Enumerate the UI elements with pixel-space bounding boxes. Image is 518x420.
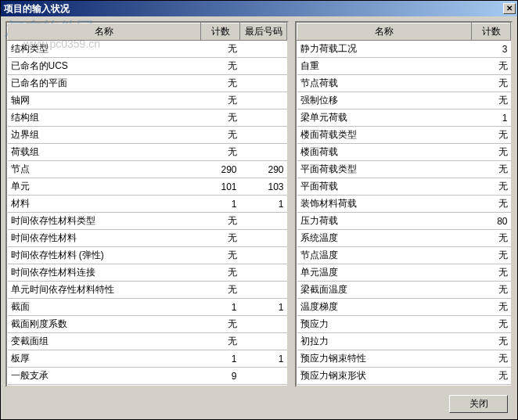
cell-last: 1: [240, 196, 287, 213]
table-row[interactable]: 自重无: [297, 58, 511, 75]
cell-name: 楼面荷载: [297, 144, 472, 161]
right-table: 名称 计数 静力荷载工况3自重无节点荷载无强制位移无梁单元荷载1楼面荷载类型无楼…: [297, 23, 511, 387]
table-row[interactable]: 截面11: [8, 299, 287, 316]
cell-count: 无: [201, 92, 240, 109]
cell-count: 290: [201, 161, 240, 178]
table-row[interactable]: 已命名的平面无: [8, 75, 287, 92]
left-header-name[interactable]: 名称: [8, 23, 201, 41]
cell-count: 无: [201, 127, 240, 144]
table-row[interactable]: 一般支承9: [8, 368, 287, 385]
cell-last: [240, 144, 287, 161]
cell-name: 静力荷载工况: [297, 41, 472, 58]
cell-last: [240, 109, 287, 127]
table-row[interactable]: 平面荷载无: [297, 178, 511, 196]
table-row[interactable]: 单元时间依存性材料特性无: [8, 282, 287, 299]
table-row[interactable]: 压力荷载80: [297, 213, 511, 230]
table-row[interactable]: 结构类型无: [8, 41, 287, 58]
table-row[interactable]: 节点荷载无: [297, 75, 511, 92]
cell-count: 无: [201, 213, 240, 230]
table-row[interactable]: 材料11: [8, 196, 287, 213]
table-row[interactable]: 时间依存性材料类型无: [8, 213, 287, 230]
cell-count: 无: [472, 230, 511, 247]
cell-count: 无: [472, 333, 511, 350]
table-row[interactable]: 截面刚度系数无: [8, 316, 287, 333]
table-row[interactable]: 节点弹性支承无: [8, 385, 287, 388]
cell-last: [240, 368, 287, 385]
table-row[interactable]: 时间依存性材料 (弹性)无: [8, 247, 287, 264]
cell-last: [240, 247, 287, 264]
cell-last: [240, 385, 287, 388]
table-row[interactable]: 节点温度无: [297, 247, 511, 264]
cell-name: 预应力钢束预应力: [297, 385, 472, 388]
cell-count: 无: [201, 316, 240, 333]
table-row[interactable]: 初拉力无: [297, 333, 511, 350]
cell-count: 无: [472, 350, 511, 368]
cell-last: 1: [240, 299, 287, 316]
cell-count: 无: [472, 299, 511, 316]
cell-name: 结构组: [8, 109, 201, 127]
cell-name: 节点温度: [297, 247, 472, 264]
left-header-last[interactable]: 最后号码: [240, 23, 287, 41]
cell-last: 1: [240, 350, 287, 368]
cell-count: 无: [472, 247, 511, 264]
table-row[interactable]: 时间依存性材料无: [8, 230, 287, 247]
table-row[interactable]: 荷载组无: [8, 144, 287, 161]
table-row[interactable]: 单元温度无: [297, 264, 511, 282]
cell-count: 无: [472, 196, 511, 213]
right-header-name[interactable]: 名称: [297, 23, 472, 41]
cell-count: 无: [201, 75, 240, 92]
table-row[interactable]: 楼面荷载类型无: [297, 127, 511, 144]
table-row[interactable]: 强制位移无: [297, 92, 511, 109]
window-title: 项目的输入状况: [4, 2, 70, 16]
cell-count: 无: [201, 264, 240, 282]
cell-name: 平面荷载类型: [297, 161, 472, 178]
cell-count: 无: [201, 282, 240, 299]
cell-last: [240, 92, 287, 109]
table-row[interactable]: 静力荷载工况3: [297, 41, 511, 58]
cell-name: 预应力: [297, 316, 472, 333]
cell-name: 温度梯度: [297, 299, 472, 316]
left-header-count[interactable]: 计数: [201, 23, 240, 41]
cell-count: 无: [472, 316, 511, 333]
table-row[interactable]: 单元101103: [8, 178, 287, 196]
table-row[interactable]: 预应力无: [297, 316, 511, 333]
cell-name: 平面荷载: [297, 178, 472, 196]
table-row[interactable]: 梁单元荷载1: [297, 109, 511, 127]
cell-name: 时间依存性材料类型: [8, 213, 201, 230]
table-row[interactable]: 变截面组无: [8, 333, 287, 350]
table-row[interactable]: 楼面荷载无: [297, 144, 511, 161]
cell-name: 梁单元荷载: [297, 109, 472, 127]
cell-count: 无: [201, 109, 240, 127]
cell-count: 无: [472, 282, 511, 299]
table-row[interactable]: 温度梯度无: [297, 299, 511, 316]
table-row[interactable]: 预应力钢束特性无: [297, 350, 511, 368]
table-row[interactable]: 预应力钢束预应力无: [297, 385, 511, 388]
cell-name: 系统温度: [297, 230, 472, 247]
cell-count: 3: [472, 41, 511, 58]
cell-count: 无: [201, 230, 240, 247]
table-row[interactable]: 轴网无: [8, 92, 287, 109]
cell-name: 边界组: [8, 127, 201, 144]
cell-count: 无: [472, 161, 511, 178]
close-icon[interactable]: ✕: [503, 3, 516, 14]
table-row[interactable]: 梁截面温度无: [297, 282, 511, 299]
cell-count: 无: [472, 144, 511, 161]
table-row[interactable]: 装饰材料荷载无: [297, 196, 511, 213]
cell-name: 节点: [8, 161, 201, 178]
close-button[interactable]: 关闭: [449, 395, 508, 413]
cell-count: 无: [472, 385, 511, 388]
table-row[interactable]: 结构组无: [8, 109, 287, 127]
table-row[interactable]: 已命名的UCS无: [8, 58, 287, 75]
cell-last: [240, 41, 287, 58]
table-row[interactable]: 系统温度无: [297, 230, 511, 247]
table-row[interactable]: 节点290290: [8, 161, 287, 178]
cell-count: 无: [472, 178, 511, 196]
table-row[interactable]: 板厚11: [8, 350, 287, 368]
right-header-count[interactable]: 计数: [472, 23, 511, 41]
cell-name: 强制位移: [297, 92, 472, 109]
table-row[interactable]: 平面荷载类型无: [297, 161, 511, 178]
table-row[interactable]: 预应力钢束形状无: [297, 368, 511, 385]
cell-last: [240, 230, 287, 247]
table-row[interactable]: 时间依存性材料连接无: [8, 264, 287, 282]
table-row[interactable]: 边界组无: [8, 127, 287, 144]
